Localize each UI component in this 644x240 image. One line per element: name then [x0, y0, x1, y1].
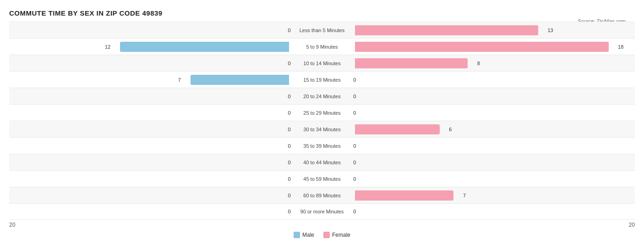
row-label: 15 to 19 Minutes [291, 77, 354, 83]
female-value: 0 [353, 160, 356, 165]
left-section: 0 [9, 171, 291, 187]
chart-area: 0Less than 5 Minutes13125 to 9 Minutes18… [9, 22, 635, 220]
axis-left-value: 20 [9, 222, 291, 228]
table-row: 0Less than 5 Minutes13 [9, 22, 635, 38]
female-bar [355, 42, 608, 52]
left-section: 0 [9, 88, 291, 104]
male-legend-box [294, 232, 300, 238]
table-row: 125 to 9 Minutes18 [9, 38, 635, 55]
row-label: 20 to 24 Minutes [291, 94, 354, 99]
right-section: 7 [353, 187, 635, 203]
left-section: 0 [9, 55, 291, 71]
right-section: 13 [353, 22, 635, 38]
left-section: 0 [9, 22, 291, 38]
female-value: 8 [477, 61, 480, 66]
female-legend-label: Female [332, 232, 350, 238]
right-section: 0 [353, 72, 635, 88]
legend-female: Female [323, 232, 350, 238]
female-bar [355, 124, 439, 134]
female-value: 0 [353, 209, 356, 214]
male-bar [120, 42, 289, 52]
female-value: 0 [353, 77, 356, 83]
row-label: 45 to 59 Minutes [291, 176, 354, 182]
left-section: 7 [9, 72, 291, 88]
right-section: 0 [353, 88, 635, 104]
table-row: 715 to 19 Minutes0 [9, 71, 635, 88]
table-row: 035 to 39 Minutes0 [9, 137, 635, 154]
table-row: 010 to 14 Minutes8 [9, 55, 635, 71]
row-label: 5 to 9 Minutes [291, 44, 354, 50]
left-section: 0 [9, 154, 291, 170]
female-value: 7 [463, 193, 466, 198]
right-section: 18 [353, 39, 635, 55]
row-label: 90 or more Minutes [291, 209, 354, 214]
female-value: 13 [547, 28, 553, 33]
right-section: 8 [353, 55, 635, 71]
row-label: Less than 5 Minutes [291, 28, 354, 33]
table-row: 045 to 59 Minutes0 [9, 170, 635, 187]
male-legend-label: Male [302, 232, 314, 238]
female-value: 0 [353, 143, 356, 149]
female-bar [355, 58, 468, 68]
left-section: 0 [9, 138, 291, 154]
chart-title: COMMUTE TIME BY SEX IN ZIP CODE 49839 [9, 9, 635, 17]
row-label: 40 to 44 Minutes [291, 160, 354, 165]
female-value: 0 [353, 94, 356, 99]
left-section: 0 [9, 187, 291, 203]
row-label: 35 to 39 Minutes [291, 143, 354, 149]
legend-male: Male [294, 232, 314, 238]
female-bar [355, 190, 453, 201]
table-row: 040 to 44 Minutes0 [9, 154, 635, 170]
table-row: 025 to 29 Minutes0 [9, 104, 635, 121]
left-section: 0 [9, 121, 291, 137]
right-section: 0 [353, 105, 635, 121]
row-label: 10 to 14 Minutes [291, 61, 354, 66]
table-row: 090 or more Minutes0 [9, 203, 635, 220]
axis-bottom: 20 20 [9, 222, 635, 228]
right-section: 0 [353, 138, 635, 154]
right-section: 0 [353, 154, 635, 170]
female-value: 18 [618, 44, 623, 50]
female-bar [355, 25, 538, 35]
male-value: 12 [105, 44, 110, 50]
right-section: 0 [353, 204, 635, 219]
right-section: 6 [353, 121, 635, 137]
row-label: 60 to 89 Minutes [291, 193, 354, 198]
male-bar [191, 75, 289, 85]
left-section: 0 [9, 105, 291, 121]
axis-right-value: 20 [353, 222, 635, 228]
row-label: 25 to 29 Minutes [291, 110, 354, 116]
male-value: 7 [178, 77, 181, 83]
female-value: 6 [449, 127, 452, 132]
left-section: 12 [9, 39, 291, 55]
female-value: 0 [353, 176, 356, 182]
right-section: 0 [353, 171, 635, 187]
table-row: 020 to 24 Minutes0 [9, 88, 635, 104]
table-row: 060 to 89 Minutes7 [9, 187, 635, 203]
left-section: 0 [9, 204, 291, 219]
table-row: 030 to 34 Minutes6 [9, 121, 635, 137]
female-value: 0 [353, 110, 356, 116]
row-label: 30 to 34 Minutes [291, 127, 354, 132]
legend: Male Female [9, 232, 635, 238]
chart-container: 0Less than 5 Minutes13125 to 9 Minutes18… [9, 22, 635, 238]
female-legend-box [323, 232, 330, 238]
